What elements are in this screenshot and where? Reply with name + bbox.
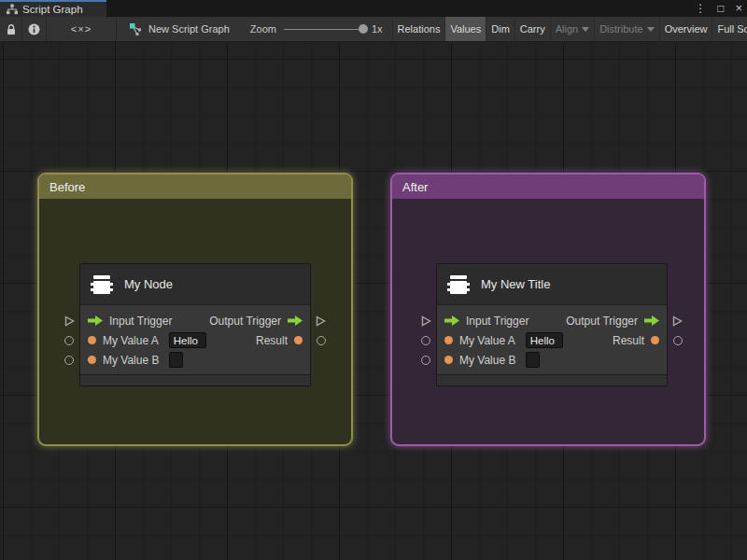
button-label: Carry	[520, 23, 545, 35]
zoom-label: Zoom	[250, 23, 276, 35]
code-icon: <×>	[71, 23, 92, 35]
window-controls: ⋮ □ ×	[695, 0, 742, 17]
lock-button[interactable]	[0, 17, 21, 41]
button-label: Values	[450, 23, 481, 35]
group-title: Before	[49, 180, 85, 194]
unit-icon	[446, 273, 471, 297]
port-row-value-b: My Value B	[80, 350, 310, 370]
script-graph-icon	[7, 4, 18, 15]
graph-value-port[interactable]	[64, 356, 74, 365]
tab-bar: Script Graph ⋮ □ ×	[0, 0, 747, 17]
port-label: Output Trigger	[209, 315, 281, 328]
toolbar-button-align[interactable]: Align	[550, 17, 594, 41]
input-trigger-port[interactable]	[444, 315, 459, 326]
port-label: My Value A	[459, 334, 515, 347]
graph-name-label: New Script Graph	[148, 23, 230, 35]
button-label: Relations	[398, 23, 441, 35]
output-trigger-port[interactable]	[288, 315, 303, 326]
graph-output-trigger-port[interactable]	[672, 315, 683, 327]
port-label: Input Trigger	[466, 315, 529, 328]
toolbar-button-relations[interactable]: Relations	[392, 17, 445, 41]
button-label: Align	[556, 23, 578, 35]
zoom-slider[interactable]	[284, 29, 364, 30]
graph-output-trigger-port[interactable]	[316, 315, 326, 327]
port-label: Result	[613, 334, 644, 347]
node-title: My Node	[124, 277, 173, 291]
node-footer	[80, 374, 310, 385]
zoom-level-value: 1x	[372, 23, 383, 35]
more-menu-icon[interactable]: ⋮	[695, 0, 706, 17]
toolbar-button-values[interactable]: Values	[444, 17, 486, 41]
graph-canvas[interactable]: Before After My Node	[0, 42, 747, 560]
port-label: Input Trigger	[109, 315, 172, 328]
port-label: Result	[256, 334, 288, 347]
port-row-trigger: Input Trigger Output Trigger	[80, 311, 310, 330]
unit-icon	[90, 273, 114, 297]
value-a-input[interactable]	[526, 332, 563, 348]
graph-value-port[interactable]	[673, 336, 683, 345]
button-label: Overview	[665, 23, 708, 35]
graph-input-trigger-port[interactable]	[421, 315, 431, 327]
toolbar-button-dim[interactable]: Dim	[486, 17, 514, 41]
tab-script-graph[interactable]: Script Graph	[0, 0, 106, 17]
chevron-down-icon	[582, 27, 589, 32]
chevron-down-icon	[647, 27, 655, 32]
group-title: After	[402, 180, 428, 194]
close-icon[interactable]: ×	[735, 0, 742, 17]
graph-input-trigger-port[interactable]	[64, 315, 75, 327]
value-b-input[interactable]	[526, 352, 540, 368]
button-label: Full Screen	[717, 23, 747, 35]
toolbar-button-fullscreen[interactable]: Full Screen	[712, 17, 747, 41]
button-label: Dim	[491, 23, 510, 35]
toolbar-button-distribute[interactable]: Distribute	[594, 17, 658, 41]
value-port-icon[interactable]	[444, 336, 453, 344]
node-body: Input Trigger Output Trigger My Value A …	[437, 305, 667, 374]
node-title: My New Title	[481, 277, 550, 291]
value-port-icon[interactable]	[88, 356, 96, 364]
zoom-control: Zoom 1x	[243, 17, 392, 41]
value-port-icon[interactable]	[444, 356, 453, 364]
group-before-header[interactable]: Before	[39, 175, 351, 199]
maximize-icon[interactable]: □	[717, 0, 724, 17]
graph-name-section[interactable]: New Script Graph	[117, 17, 243, 41]
code-view-button[interactable]: <×>	[47, 17, 116, 41]
result-port-icon[interactable]	[651, 336, 659, 344]
node-body: Input Trigger Output Trigger My Value A …	[80, 305, 310, 374]
port-label: My Value A	[103, 334, 159, 347]
lock-icon	[6, 23, 17, 35]
node-my-node[interactable]: My Node Input Trigger Output Trigger	[79, 263, 311, 386]
graph-value-port[interactable]	[317, 336, 326, 345]
info-button[interactable]	[22, 17, 46, 41]
node-header[interactable]: My Node	[80, 264, 310, 305]
output-trigger-port[interactable]	[644, 315, 659, 326]
port-row-trigger: Input Trigger Output Trigger	[437, 311, 667, 330]
value-b-input[interactable]	[169, 352, 183, 368]
info-icon	[28, 23, 40, 35]
toolbar-button-carry[interactable]: Carry	[514, 17, 550, 41]
node-header[interactable]: My New Title	[437, 264, 667, 305]
graph-value-port[interactable]	[421, 336, 430, 345]
port-label: My Value B	[103, 354, 159, 367]
value-a-input[interactable]	[169, 332, 206, 348]
graph-value-port[interactable]	[64, 336, 74, 345]
zoom-slider-handle[interactable]	[359, 24, 368, 34]
node-footer	[437, 374, 667, 385]
node-my-new-title[interactable]: My New Title Input Trigger Output Trigge…	[436, 263, 668, 386]
input-trigger-port[interactable]	[88, 315, 103, 326]
port-label: Output Trigger	[566, 315, 638, 328]
port-row-value-b: My Value B	[437, 350, 667, 370]
tab-title: Script Graph	[22, 4, 83, 15]
button-label: Distribute	[599, 23, 642, 35]
toolbar-button-overview[interactable]: Overview	[659, 17, 712, 41]
result-port-icon[interactable]	[294, 336, 303, 344]
graph-value-port[interactable]	[421, 356, 430, 365]
value-port-icon[interactable]	[88, 336, 96, 344]
port-label: My Value B	[459, 354, 515, 367]
graph-toolbar: <×> New Script Graph Zoom 1x Relations V…	[0, 17, 747, 42]
graph-asset-icon	[129, 22, 142, 35]
port-row-value-a: My Value A Result	[80, 330, 310, 350]
group-after-header[interactable]: After	[392, 175, 704, 199]
port-row-value-a: My Value A Result	[437, 330, 667, 350]
